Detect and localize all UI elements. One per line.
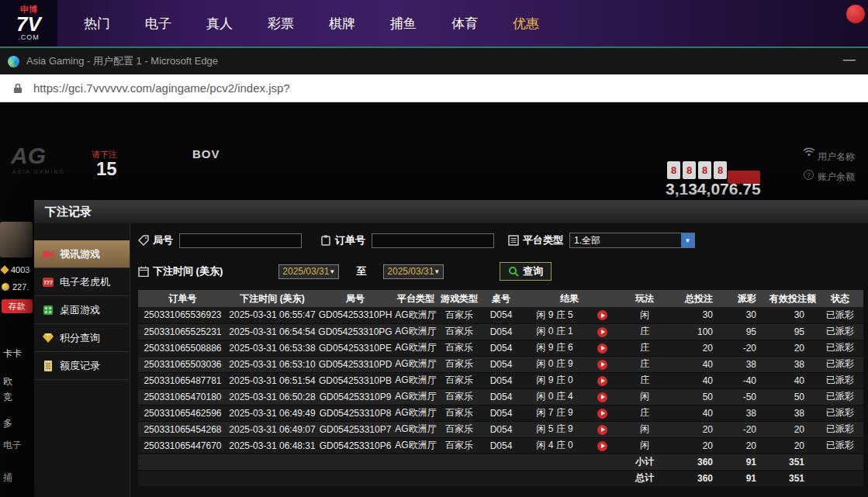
nav-item-hot[interactable]: 热门 — [84, 15, 110, 33]
table-row: 2503310654542682025-03-31 06:49:07GD0542… — [138, 421, 863, 437]
cell-valid: 20 — [769, 437, 817, 454]
points-row: 4003 — [2, 265, 29, 274]
cell-payout: -40 — [725, 372, 769, 388]
table-row: 2503310654476702025-03-31 06:48:31GD0542… — [138, 437, 863, 454]
sidebar-item-slots[interactable]: 777 电子老虎机 — [34, 268, 130, 296]
document-icon — [42, 360, 54, 372]
replay-icon[interactable] — [597, 360, 607, 370]
site-logo[interactable]: 申博 7V .COM — [0, 0, 57, 47]
column-header: 游戏类型 — [438, 290, 480, 307]
platform-type-label-group: 平台类型 — [508, 233, 563, 247]
sidebar-item-credit-records[interactable]: 额度记录 — [34, 352, 130, 380]
cell-time: 2025-03-31 06:53:10 — [227, 356, 317, 372]
date-to-value: 2025/03/31 — [387, 266, 434, 277]
replay-icon[interactable] — [597, 392, 607, 402]
lock-icon — [12, 82, 23, 95]
sidebar-fragment[interactable]: 多 — [3, 417, 12, 430]
total-row: 总计36091351 — [138, 470, 863, 486]
platform-type-select[interactable]: 1.全部 ▼ — [569, 233, 695, 248]
replay-cell — [587, 356, 617, 372]
column-header: 平台类型 — [393, 290, 438, 307]
cell-result: 闲 9 庄 5 — [522, 307, 587, 323]
nav-item-live[interactable]: 真人 — [206, 15, 233, 33]
cell-valid: 30 — [769, 307, 817, 323]
replay-icon[interactable] — [597, 327, 607, 337]
cell-status: 已派彩 — [817, 437, 863, 454]
date-to-dropdown[interactable]: 2025/03/31 ▼ — [383, 264, 444, 279]
deposit-button[interactable]: 存款 — [2, 299, 33, 313]
cell-payout: -20 — [725, 421, 769, 437]
cell-result: 闲 4 庄 0 — [522, 437, 587, 454]
avatar[interactable] — [0, 222, 33, 257]
cell-valid: 38 — [769, 356, 817, 372]
chevron-down-icon: ▼ — [329, 268, 335, 275]
modal-title: 下注记录 — [34, 200, 868, 223]
account-balance-value: 3,134,076.75 — [666, 180, 761, 198]
info-icon: ? — [804, 170, 814, 180]
cell-total: 40 — [673, 405, 725, 421]
sidebar-fragment[interactable]: 竞 — [3, 391, 12, 404]
sidebar-item-points-query[interactable]: 积分查询 — [34, 324, 130, 352]
cell-round: GD054253310P8 — [317, 405, 393, 421]
cell-payout: 30 — [725, 307, 769, 323]
cell-round: GD054253310PB — [317, 372, 393, 388]
nav-item-fishing[interactable]: 捕鱼 — [390, 15, 417, 33]
modal-body: 视讯游戏 777 电子老虎机 桌面游戏 积分查询 — [34, 223, 868, 497]
replay-icon[interactable] — [597, 376, 607, 386]
cell-game: 百家乐 — [438, 372, 480, 388]
cell-total: 100 — [673, 323, 725, 340]
sidebar-fragment[interactable]: 欧 — [3, 375, 12, 388]
cell-table: D054 — [480, 437, 522, 454]
cell-play: 闲 — [617, 421, 673, 437]
nav-item-slots[interactable]: 电子 — [145, 15, 171, 33]
nav-item-promo[interactable]: 优惠 — [513, 15, 539, 33]
cell-order_no: 250331065487781 — [138, 372, 227, 388]
minimize-button[interactable]: — — [843, 53, 856, 67]
address-bar[interactable]: https://gci.7vvvvvv.com/agingame/pcv2/in… — [0, 74, 868, 102]
cell-play: 闲 — [617, 307, 673, 323]
replay-icon[interactable] — [597, 441, 607, 451]
coins-row: 227. — [2, 282, 29, 292]
replay-icon[interactable] — [597, 425, 607, 435]
round-number-input[interactable] — [179, 233, 302, 248]
round-number-label: 局号 — [153, 233, 173, 247]
cell-platform: AG欧洲厅 — [393, 356, 438, 372]
cell-total: 50 — [673, 388, 725, 405]
service-icon[interactable] — [846, 5, 865, 23]
replay-icon[interactable] — [597, 310, 607, 320]
replay-icon[interactable] — [597, 409, 607, 419]
nav-item-sports[interactable]: 体育 — [451, 15, 478, 33]
svg-text:777: 777 — [43, 280, 53, 285]
search-button[interactable]: 查询 — [500, 262, 552, 281]
nav-item-lottery[interactable]: 彩票 — [268, 15, 294, 33]
order-number-input[interactable] — [372, 233, 494, 248]
playing-card: 8 — [683, 161, 696, 179]
sidebar-fragment[interactable]: 卡卡 — [3, 347, 22, 361]
playing-card: 8 — [714, 161, 727, 179]
cell-platform: AG欧洲厅 — [393, 437, 438, 454]
cell-valid: 38 — [769, 405, 817, 421]
cell-payout: 38 — [725, 405, 769, 421]
total-payout: 91 — [725, 470, 769, 486]
cell-platform: AG欧洲厅 — [393, 405, 438, 421]
nav-item-cards[interactable]: 棋牌 — [329, 15, 355, 33]
table-row: 2503310654625962025-03-31 06:49:49GD0542… — [138, 405, 863, 421]
subtotal-valid: 351 — [769, 454, 817, 470]
screen: 申博 7V .COM 热门 电子 真人 彩票 棋牌 捕鱼 体育 优惠 Asia … — [0, 0, 868, 497]
sidebar-item-table-games[interactable]: 桌面游戏 — [34, 296, 130, 324]
column-header: 局号 — [317, 290, 393, 307]
sidebar-fragment[interactable]: 捕 — [3, 471, 12, 485]
cell-platform: AG欧洲厅 — [393, 372, 438, 388]
cell-payout: 95 — [725, 323, 769, 340]
sidebar-fragment[interactable]: 电子 — [3, 439, 22, 452]
cell-play: 闲 — [617, 437, 673, 454]
replay-icon[interactable] — [597, 343, 607, 354]
cell-table: D054 — [480, 372, 522, 388]
sidebar-item-live-games[interactable]: 视讯游戏 — [34, 240, 130, 268]
cell-payout: 38 — [725, 356, 769, 372]
filter-row-1: 局号 订单号 平台类型 1.全部 — [138, 233, 862, 248]
cell-total: 40 — [673, 372, 725, 388]
cell-total: 20 — [673, 421, 725, 437]
date-from-dropdown[interactable]: 2025/03/31 ▼ — [278, 264, 339, 279]
replay-cell — [587, 307, 617, 323]
